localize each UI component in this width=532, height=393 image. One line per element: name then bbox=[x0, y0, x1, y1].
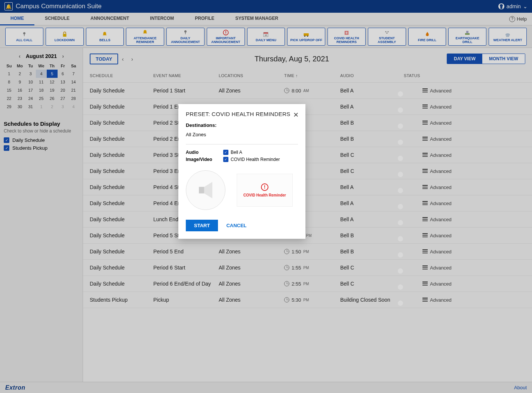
close-icon[interactable]: ✕ bbox=[293, 111, 299, 119]
modal-iv-value: COVID Health Reminder bbox=[231, 157, 280, 162]
start-button[interactable]: START bbox=[186, 220, 218, 231]
audio-preview-button[interactable] bbox=[186, 170, 225, 210]
audio-checkbox[interactable]: ✓ bbox=[223, 150, 228, 155]
iv-thumbnail[interactable]: ! COVID Health Reminder bbox=[237, 174, 293, 207]
modal-dest-label: Destinations: bbox=[186, 122, 298, 128]
preset-modal: PRESET: COVID HEALTH REMINDERS ✕ Destina… bbox=[178, 104, 305, 239]
speaker-icon bbox=[199, 182, 212, 198]
modal-audio-label: Audio bbox=[186, 150, 215, 155]
modal-title: PRESET: COVID HEALTH REMINDERS bbox=[186, 111, 298, 117]
modal-audio-value: Bell A bbox=[231, 150, 242, 155]
thumb-caption: COVID Health Reminder bbox=[243, 193, 286, 197]
cancel-button[interactable]: CANCEL bbox=[226, 223, 246, 228]
iv-checkbox[interactable]: ✓ bbox=[223, 157, 228, 162]
alert-icon: ! bbox=[261, 183, 268, 191]
modal-iv-label: Image/Video bbox=[186, 157, 215, 162]
modal-dest-value: All Zones bbox=[186, 132, 298, 137]
